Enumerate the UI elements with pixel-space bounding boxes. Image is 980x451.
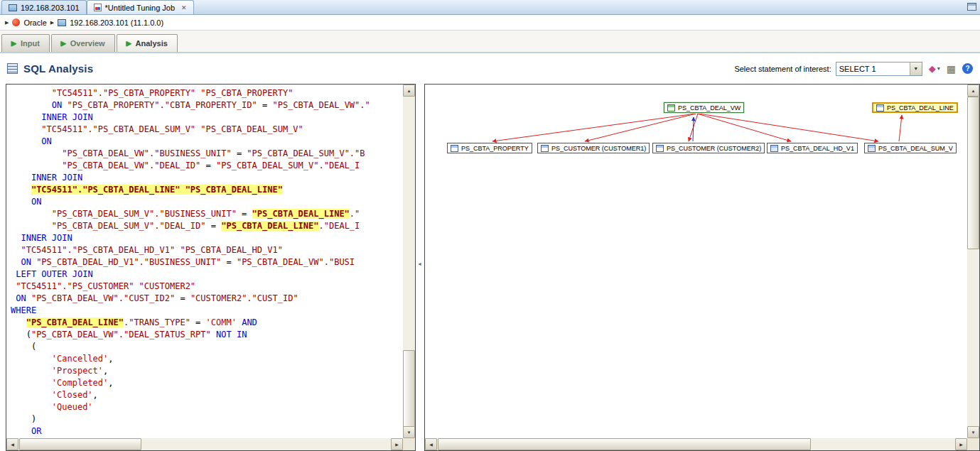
diagram-node-ps-customer-customer2[interactable]: PS_CUSTOMER (CUSTOMER2)	[652, 143, 765, 153]
server-icon	[9, 4, 17, 11]
scrollbar-thumb[interactable]	[403, 350, 415, 428]
editor-tab-label: *Untitled Tuning Job	[105, 4, 175, 12]
statement-select-value: SELECT 1	[836, 65, 910, 73]
diagram-node-ps-cbta-deal-line[interactable]: PS_CBTA_DEAL_LINE	[872, 102, 958, 113]
scrollbar-thumb[interactable]	[19, 438, 141, 450]
breadcrumb-item-server[interactable]: 192.168.203.101 (11.1.0.0)	[70, 18, 163, 27]
scroll-up-button[interactable]: ▲	[403, 85, 415, 97]
table-icon	[876, 104, 884, 112]
play-icon: ▶	[126, 40, 131, 47]
scrollbar-thumb[interactable]	[438, 438, 811, 450]
app-window: 192.168.203.101 *Untitled Tuning Job ✕ ▶…	[0, 0, 980, 451]
diagram-node-ps-cbta-deal-vw[interactable]: PS_CBTA_DEAL_VW	[664, 102, 744, 113]
scroll-right-button[interactable]: ▶	[955, 438, 967, 450]
editor-tab-label: 192.168.203.101	[21, 4, 80, 12]
scroll-down-button[interactable]: ▼	[967, 426, 979, 438]
chevron-right-icon[interactable]: ▶	[50, 20, 54, 26]
tab-label: Analysis	[136, 39, 168, 48]
diagram-vertical-scrollbar[interactable]: ▲ ▼	[967, 85, 979, 438]
sql-editor-panel: "TC54511"."PS_CBTA_PROPERTY" "PS_CBTA_PR…	[6, 84, 416, 451]
step-tab-bar: ▶ Input ▶ Overview ▶ Analysis	[0, 31, 980, 53]
sql-analysis-icon	[7, 63, 18, 74]
diagram-edges	[425, 85, 967, 438]
table-node-label: PS_CBTA_DEAL_HD_V1	[781, 145, 854, 152]
scroll-up-button[interactable]: ▲	[967, 85, 979, 97]
play-icon: ▶	[61, 40, 66, 47]
collapse-panel-icon[interactable]: ◄	[417, 261, 422, 266]
grid-icon: ▦	[947, 63, 956, 75]
oracle-db-icon	[12, 18, 20, 26]
editor-tab-bar: 192.168.203.101 *Untitled Tuning Job ✕	[0, 0, 980, 15]
sql-horizontal-scrollbar[interactable]: ◀ ▶	[6, 438, 403, 450]
table-icon	[541, 145, 549, 152]
diagram-node-ps-cbta-deal-sum-v[interactable]: PS_CBTA_DEAL_SUM_V	[864, 143, 957, 153]
tab-label: Overview	[70, 39, 105, 48]
table-node-label: PS_CBTA_DEAL_VW	[678, 104, 741, 112]
diagram-node-ps-customer-customer1[interactable]: PS_CUSTOMER (CUSTOMER1)	[537, 143, 650, 153]
table-node-label: PS_CUSTOMER (CUSTOMER2)	[667, 145, 761, 152]
section-header: SQL Analysis Select statement of interes…	[0, 53, 980, 84]
sql-code[interactable]: "TC54511"."PS_CBTA_PROPERTY" "PS_CBTA_PR…	[6, 85, 403, 438]
tune-icon: ◆	[929, 63, 936, 74]
table-icon	[868, 145, 876, 152]
scrollbar-thumb[interactable]	[967, 97, 979, 249]
sql-vertical-scrollbar[interactable]: ▲ ▼	[403, 85, 415, 438]
table-node-label: PS_CBTA_DEAL_SUM_V	[878, 145, 953, 152]
chevron-down-icon[interactable]: ▼	[910, 63, 922, 75]
tuning-job-icon	[94, 4, 102, 11]
table-icon	[656, 145, 664, 152]
grid-view-button[interactable]: ▦	[947, 63, 956, 75]
tab-overview[interactable]: ▶ Overview	[51, 34, 115, 52]
diagram-node-ps-cbta-property[interactable]: PS_CBTA_PROPERTY	[447, 143, 532, 153]
tab-label: Input	[21, 39, 40, 48]
table-node-label: PS_CBTA_DEAL_LINE	[887, 104, 954, 112]
chevron-down-icon[interactable]: ▾	[937, 65, 940, 72]
statement-of-interest-label: Select statement of interest:	[734, 65, 831, 73]
table-icon	[770, 145, 778, 152]
restore-window-icon[interactable]	[967, 3, 976, 11]
scroll-left-button[interactable]: ◀	[6, 438, 18, 450]
scrollbar-corner	[967, 438, 979, 450]
breadcrumb: ▶ Oracle ▶ 192.168.203.101 (11.1.0.0)	[0, 15, 980, 31]
tune-statement-button[interactable]: ◆ ▾	[929, 63, 940, 74]
tab-analysis[interactable]: ▶ Analysis	[117, 34, 178, 52]
diagram-canvas[interactable]: PS_CBTA_DEAL_VWPS_CBTA_DEAL_LINEPS_CBTA_…	[425, 85, 967, 438]
help-button[interactable]: ?	[962, 63, 973, 74]
diagram-panel: PS_CBTA_DEAL_VWPS_CBTA_DEAL_LINEPS_CBTA_…	[424, 84, 980, 451]
scroll-left-button[interactable]: ◀	[425, 438, 437, 450]
page-title: SQL Analysis	[23, 63, 93, 75]
scroll-right-button[interactable]: ▶	[391, 438, 403, 450]
table-icon	[667, 104, 675, 112]
table-node-label: PS_CUSTOMER (CUSTOMER1)	[551, 145, 646, 152]
tab-input[interactable]: ▶ Input	[1, 34, 50, 52]
panel-splitter[interactable]: ◄	[416, 84, 424, 451]
table-node-label: PS_CBTA_PROPERTY	[461, 145, 529, 152]
scrollbar-corner	[403, 438, 415, 450]
diagram-horizontal-scrollbar[interactable]: ◀ ▶	[425, 438, 967, 450]
play-icon: ▶	[11, 40, 16, 47]
editor-tab-tuning-job[interactable]: *Untitled Tuning Job ✕	[87, 0, 194, 14]
editor-tab-server[interactable]: 192.168.203.101	[1, 0, 87, 14]
scroll-down-button[interactable]: ▼	[403, 426, 415, 438]
table-icon	[451, 145, 458, 152]
close-icon[interactable]: ✕	[181, 4, 187, 11]
chevron-right-icon[interactable]: ▶	[5, 20, 9, 26]
diagram-node-ps-cbta-deal-hd-v1[interactable]: PS_CBTA_DEAL_HD_V1	[767, 143, 858, 153]
breadcrumb-item-oracle[interactable]: Oracle	[23, 18, 46, 27]
statement-select[interactable]: SELECT 1 ▼	[836, 62, 922, 76]
server-icon	[58, 19, 66, 26]
